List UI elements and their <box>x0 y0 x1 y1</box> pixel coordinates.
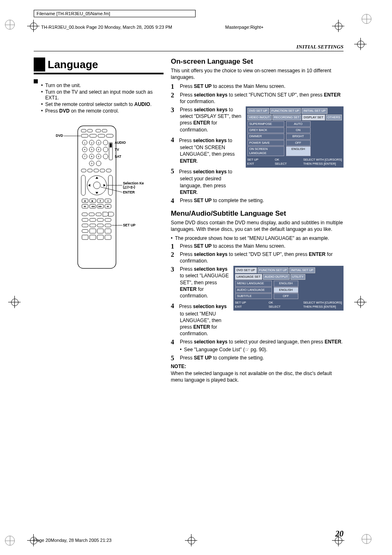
book-line: TH-R1R3EU_00.book Page 20 Monday, March … <box>41 25 172 30</box>
crosshair-icon <box>354 38 367 50</box>
svg-text:SAT: SAT <box>115 154 122 159</box>
svg-text:2: 2 <box>91 142 92 144</box>
osd-subtab: LANGUAGE SET <box>235 274 262 280</box>
osd-tab: INITIAL SET UP <box>289 267 315 273</box>
osd-value: ENGLISH <box>274 287 298 293</box>
svg-text:⏮: ⏮ <box>84 205 86 207</box>
intro-bullet: Press DVD on the remote control. <box>41 108 161 114</box>
osd-key: ON SCREEN LANGUAGE <box>247 146 284 156</box>
svg-text:1: 1 <box>84 142 85 144</box>
svg-text:7: 7 <box>84 155 85 158</box>
osd-row: MENU LANGUAGEENGLISH <box>235 281 342 286</box>
section-rule <box>34 51 344 51</box>
osd-value: ENGLISH <box>286 146 311 156</box>
step-item: Press SET UP to access the Main Menu scr… <box>171 243 344 249</box>
osd-row: ON SCREEN LANGUAGEENGLISH <box>247 146 342 156</box>
osd-value: OFF <box>274 293 298 299</box>
intro-box: Turn on the unit.Turn on the TV and sele… <box>34 79 164 117</box>
step-item: Press SET UP to complete the setting. <box>171 355 344 361</box>
osd-footer: SELECT WITH [CURSORS] THEN PRESS [ENTER] <box>303 301 342 309</box>
osd-value: AUTO <box>286 121 311 127</box>
masterpage-label: Masterpage:Right+ <box>225 25 263 30</box>
note-body: When the selected language is not availa… <box>171 370 344 383</box>
menu-audio-steps: Press SET UP to access the Main Menu scr… <box>171 243 344 361</box>
intro-bullet: Turn on the TV and select an input mode … <box>41 89 161 101</box>
svg-rect-35 <box>110 143 112 147</box>
svg-text:ENTER: ENTER <box>123 190 135 194</box>
crosshair-icon <box>27 20 39 32</box>
osd-subtab: DISPLAY SET <box>302 115 325 120</box>
svg-text:■: ■ <box>84 200 86 202</box>
svg-text:SET UP: SET UP <box>123 223 136 227</box>
onscreen-heading: On-screen Language Set <box>171 58 344 66</box>
section-header: INITIAL SETTINGS <box>296 44 344 50</box>
osd-subtab: AUDIO OUTPUT <box>263 274 290 280</box>
osd-key: MENU LANGUAGE <box>235 281 272 286</box>
osd-row: SUPERIMPOSEAUTO <box>247 121 342 127</box>
svg-text:TV: TV <box>115 147 119 152</box>
osd-subtab: VIDEO IN/OUT <box>247 115 272 120</box>
osd-row: AUDIO LANGUAGEENGLISH <box>235 287 342 293</box>
osd-key: DIMMER <box>247 134 284 139</box>
osd-tab: INITIAL SET UP <box>302 108 327 114</box>
osd-subtab: UTILITY <box>291 274 305 280</box>
note-heading: NOTE: <box>171 364 344 369</box>
svg-text:⏭: ⏭ <box>107 205 109 207</box>
intro-bullet: Set the remote control selector switch t… <box>41 101 161 107</box>
remote-control-icon: DVD 123 456 789 0 <box>53 124 144 270</box>
manual-page: Filename [TH-R1R3EU_05Name.fm] TH-R1R3EU… <box>0 0 392 555</box>
osd-value: OFF <box>286 140 311 146</box>
osd-row: POWER SAVEOFF <box>247 140 342 146</box>
page-title: Language <box>34 58 164 74</box>
svg-text:⏸: ⏸ <box>99 200 101 202</box>
step-item: Press SET UP to access the Main Menu scr… <box>171 83 344 90</box>
step-item: Press selection keys to select "FUNCTION… <box>171 92 344 105</box>
osd-footer: OK SELECT <box>269 301 281 309</box>
svg-text:(△▽◁▷): (△▽◁▷) <box>123 185 135 189</box>
step-item: Press selection keys to select "DISPLAY … <box>171 106 344 196</box>
crosshair-icon <box>185 534 197 546</box>
osd-row: GREY BACKON <box>247 127 342 133</box>
onscreen-intro: This unit offers you the choice to view … <box>171 67 344 81</box>
filename-text: Filename [TH-R1R3EU_05Name.fm] <box>37 11 110 16</box>
dvd-callout: DVD <box>56 134 63 138</box>
osd-value: BRIGHT <box>286 134 311 139</box>
step-sub-bullet: See "Language Code List" (☞ pg. 90). <box>180 346 344 353</box>
intro-bullet: Turn on the unit. <box>41 83 161 88</box>
osd-key: GREY BACK <box>247 127 284 133</box>
osd-value: ENGLISH <box>274 281 298 286</box>
osd-subtab: OTHERS <box>326 115 342 120</box>
osd-footer: SET UP EXIT <box>235 301 246 309</box>
osd-subtab: RECORDING SET <box>272 115 302 120</box>
footer-line: Page 20Monday, 28 March 2005 21:23 <box>34 538 111 543</box>
osd-footer: SET UP EXIT <box>247 158 258 166</box>
osd-key: POWER SAVE <box>247 140 284 146</box>
osd-key: SUPERIMPOSE <box>247 121 284 127</box>
menu-audio-heading: Menu/Audio/Subtitle Language Set <box>171 210 344 218</box>
osd-tab: FUNCTION SET UP <box>270 108 301 114</box>
right-column: On-screen Language Set This unit offers … <box>171 58 344 386</box>
osd-screenshot: DVD SET UPFUNCTION SET UPINITIAL SET UPL… <box>233 266 344 311</box>
osd-value: ON <box>286 127 311 133</box>
crosshair-icon <box>332 20 344 32</box>
svg-text:◀◀: ◀◀ <box>91 205 94 207</box>
registration-mark-icon <box>362 14 371 24</box>
svg-text:●: ● <box>107 200 109 202</box>
step-item: Press SET UP to complete the setting. <box>171 197 344 204</box>
svg-text:AUDIO: AUDIO <box>115 140 126 145</box>
osd-tab: DVD SET UP <box>235 267 257 273</box>
corner-ornament-icon <box>34 79 38 83</box>
crosshair-icon <box>8 296 21 308</box>
step-item: Press selection keys to select your desi… <box>171 339 344 352</box>
svg-text:9: 9 <box>98 155 99 158</box>
svg-text:▶▶: ▶▶ <box>99 205 102 207</box>
step-item: Press selection keys to select "LANGUAGE… <box>171 266 344 337</box>
step-item: Press selection keys to select "DVD SET … <box>171 251 344 264</box>
filename-box: Filename [TH-R1R3EU_05Name.fm] <box>34 10 196 17</box>
registration-mark-icon <box>362 534 371 544</box>
osd-tab: FUNCTION SET UP <box>258 267 289 273</box>
crosshair-icon <box>354 296 367 308</box>
osd-tab: DVD SET UP <box>247 108 269 114</box>
osd-footer: OK SELECT <box>275 158 287 166</box>
osd-key: SUBTITLE <box>235 293 272 299</box>
